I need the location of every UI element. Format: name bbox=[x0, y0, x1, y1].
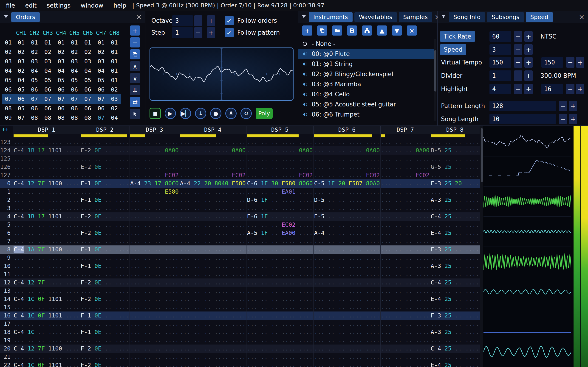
orders-cell[interactable]: 06 bbox=[68, 104, 81, 113]
pattern-cell[interactable]: ... .. .. .... bbox=[380, 295, 430, 303]
pattern-cell[interactable]: ... .. .. .... .... bbox=[246, 311, 313, 320]
follow-orders-checkbox[interactable]: ✓ bbox=[225, 16, 234, 25]
pattern-cell[interactable]: C-4 1C 0F 1101 .... bbox=[13, 295, 80, 303]
pattern-cell[interactable]: F-2 0E .. .... bbox=[80, 229, 130, 237]
pattern-cell[interactable]: ... .. .. .... bbox=[130, 303, 179, 311]
pattern-cell[interactable]: ... .. .. .... 0A00 bbox=[313, 146, 380, 155]
move-order-up-button[interactable]: ∧ bbox=[130, 61, 140, 71]
pattern-cell[interactable]: C-4 1C .. .... .... bbox=[13, 328, 80, 336]
orders-cell[interactable]: 04 bbox=[41, 66, 54, 75]
pattern-cell[interactable]: ... .. .. .... .... bbox=[246, 237, 313, 245]
virtual-tempo-decrease-button[interactable]: − bbox=[514, 57, 522, 68]
pattern-cell[interactable]: F-2 0E .. .... bbox=[80, 295, 130, 303]
song-length-increase-button[interactable]: + bbox=[569, 114, 577, 124]
pattern-cell[interactable]: ... .. .. .... .... bbox=[179, 320, 246, 328]
pattern-cell[interactable]: ... .. .. EC02 .... bbox=[246, 221, 313, 229]
orders-cell[interactable]: 01 bbox=[28, 38, 41, 47]
orders-cell[interactable]: 03 bbox=[54, 57, 68, 66]
window-menu-icon[interactable] bbox=[301, 14, 306, 20]
pattern-cell[interactable]: A-4 22 20 8040 E580 bbox=[179, 179, 246, 188]
tab-instruments[interactable]: Instruments bbox=[309, 12, 353, 22]
pattern-cell[interactable]: ... .. .. .... .... bbox=[179, 163, 246, 171]
pattern-cell[interactable]: ... .. .. .... .... bbox=[313, 311, 380, 320]
pattern-cell[interactable]: ... .. .. .... .... bbox=[313, 361, 380, 367]
pattern-cell[interactable]: G-5 25 .. .... bbox=[430, 163, 480, 171]
delete-instrument-button[interactable]: × bbox=[407, 25, 417, 35]
pattern-cell[interactable]: ... .. .. .... .... bbox=[313, 303, 380, 311]
pattern-cell[interactable]: ... .. .. .... bbox=[380, 361, 430, 367]
pattern-cell[interactable]: A-3 25 .. .... bbox=[430, 328, 480, 336]
pattern-cell[interactable]: ... .. .. .... .... bbox=[179, 221, 246, 229]
pattern-cell[interactable]: ... .. .. .... .... bbox=[246, 138, 313, 146]
pattern-cell[interactable]: ... .. .. .... bbox=[130, 163, 179, 171]
pattern-cell[interactable]: ... .. .. .... bbox=[80, 353, 130, 361]
pattern-cell[interactable]: C-4 25 .. .... bbox=[430, 212, 480, 221]
pattern-cell[interactable]: ... .. .. .... bbox=[380, 336, 430, 344]
pattern-cell[interactable]: E-4 25 .. .... bbox=[430, 361, 480, 367]
pattern-cell[interactable]: ... .. .. .... .... bbox=[179, 361, 246, 367]
pattern-cell[interactable]: A-3 25 .. .... bbox=[430, 196, 480, 204]
pattern-cell[interactable]: ... .. .. .... bbox=[430, 138, 480, 146]
step-input[interactable]: 1 bbox=[172, 27, 193, 38]
orders-cell[interactable]: 06 bbox=[41, 85, 54, 94]
tick-rate-label[interactable]: Tick Rate bbox=[440, 31, 475, 42]
pattern-cell[interactable]: E-2 0E .. .... bbox=[80, 146, 130, 155]
pattern-cell[interactable]: C-5 1E 20 E587 80A0 bbox=[313, 179, 380, 188]
pattern-cell[interactable]: F-1 0E .. .... bbox=[80, 262, 130, 270]
pattern-cell[interactable]: F-1 0E .. .... bbox=[80, 179, 130, 188]
pattern-cell[interactable]: ... .. .. .... .... bbox=[179, 311, 246, 320]
pattern-cell[interactable]: ... .. .. .... .... bbox=[13, 188, 80, 196]
pattern-cell[interactable]: F-2 0E .. .... bbox=[80, 278, 130, 287]
pattern-cell[interactable]: ... .. .. .... .... bbox=[13, 320, 80, 328]
pattern-cell[interactable]: ... .. .. .... bbox=[130, 353, 179, 361]
duplicate-instrument-button[interactable] bbox=[317, 25, 327, 35]
orders-cell[interactable]: 07 bbox=[95, 113, 108, 123]
pattern-cell[interactable]: F-3 25 .. .... bbox=[430, 311, 480, 320]
pattern-cell[interactable]: ... .. .. .... .... bbox=[313, 344, 380, 353]
orders-cell[interactable]: 02 bbox=[54, 47, 68, 57]
duplicate-order-end-button[interactable]: ⇊ bbox=[130, 85, 140, 95]
orders-cell[interactable]: 07 bbox=[81, 94, 95, 104]
pattern-cell[interactable]: F-2 0E .. .... bbox=[80, 212, 130, 221]
pattern-cell[interactable]: ... .. .. .... bbox=[80, 336, 130, 344]
pattern-cell[interactable]: ... .. .. .... .... bbox=[13, 138, 80, 146]
pattern-length-input[interactable]: 128 bbox=[489, 101, 556, 111]
remove-order-button[interactable]: − bbox=[130, 37, 140, 48]
pattern-cell[interactable]: C-4 12 7F 1100 .... bbox=[13, 179, 80, 188]
orders-cell[interactable]: 08 bbox=[81, 113, 95, 123]
pattern-cell[interactable]: ... .. .. .... .... bbox=[246, 303, 313, 311]
pattern-cell[interactable]: ... .. .. .... bbox=[380, 287, 430, 295]
highlight-decrease-button[interactable]: − bbox=[514, 84, 522, 94]
pattern-cell[interactable]: ... .. .. .... bbox=[130, 328, 179, 336]
pattern-cell[interactable]: ... .. .. .... .... bbox=[313, 237, 380, 245]
orders-cell[interactable]: 05 bbox=[54, 75, 68, 85]
pattern-cell[interactable]: ... .. .. EA01 .... bbox=[246, 188, 313, 196]
orders-cell[interactable]: 07 bbox=[41, 94, 54, 104]
pattern-cell[interactable]: ... .. .. .... bbox=[380, 188, 430, 196]
pattern-cell[interactable]: ... .. .. .... bbox=[380, 344, 430, 353]
pattern-cell[interactable]: ... .. .. .... .... bbox=[179, 196, 246, 204]
scrollbar-thumb[interactable] bbox=[434, 50, 436, 92]
pattern-cell[interactable]: ... .. .. .... .... bbox=[13, 229, 80, 237]
pattern-cell[interactable]: ... .. .. .... .... bbox=[179, 336, 246, 344]
orders-cell[interactable]: 02 bbox=[81, 47, 95, 57]
pattern-cell[interactable]: ... .. .. .... .... bbox=[313, 155, 380, 163]
pattern-cell[interactable]: ... .. .. .... .... bbox=[313, 328, 380, 336]
pattern-cell[interactable]: D-6 1F .. .... .... bbox=[246, 196, 313, 204]
menu-window[interactable]: window bbox=[81, 2, 103, 9]
pattern-cell[interactable]: ... .. .. .... .... bbox=[313, 245, 380, 254]
instrument-folder-button[interactable] bbox=[362, 25, 372, 35]
pattern-cell[interactable]: ... .. .. .... bbox=[80, 171, 130, 179]
pattern-cell[interactable]: ... .. .. .... bbox=[380, 311, 430, 320]
virtual-tempo-increase-button-2[interactable]: + bbox=[576, 57, 584, 68]
pattern-cell[interactable]: C-4 25 .. .... bbox=[430, 278, 480, 287]
pattern-cell[interactable]: ... .. .. .... bbox=[380, 179, 430, 188]
pattern-cell[interactable]: E-5 .. .. .... .... bbox=[313, 212, 380, 221]
pattern-cell[interactable]: ... .. .. .... EC02 bbox=[246, 171, 313, 179]
pattern-cell[interactable]: ... .. .. .... .... bbox=[179, 245, 246, 254]
orders-cell[interactable]: 07 bbox=[28, 94, 41, 104]
pattern-cell[interactable]: ... .. .. .... bbox=[380, 138, 430, 146]
pattern-cell[interactable]: ... .. .. .... bbox=[430, 254, 480, 262]
pattern-cell[interactable]: ... .. .. .... .... bbox=[246, 353, 313, 361]
pattern-cell[interactable]: ... .. .. .... .... bbox=[313, 138, 380, 146]
